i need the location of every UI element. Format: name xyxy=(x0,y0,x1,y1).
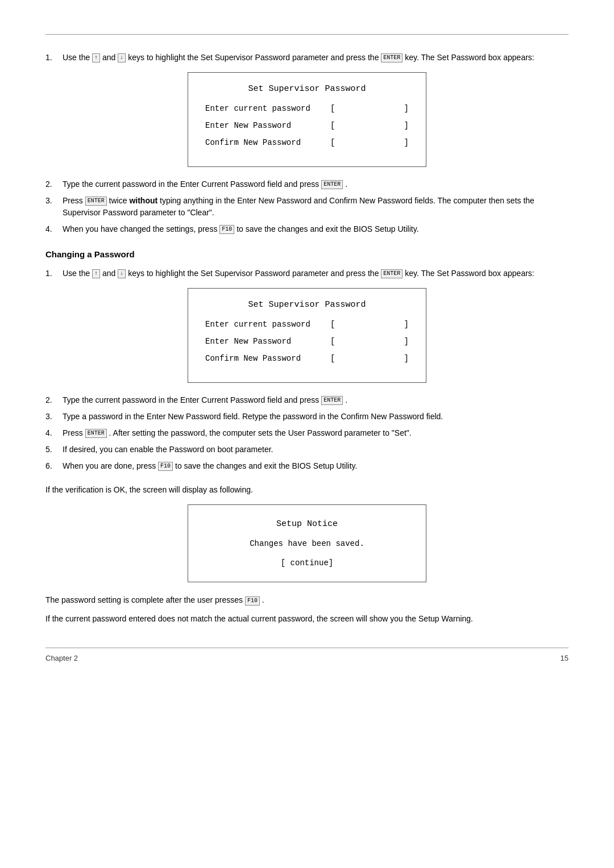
bios-bracket-open-1-1: [ xyxy=(330,104,335,113)
changing-step-6: 6. When you are done, press F10 to save … xyxy=(45,460,569,472)
bios-field-label-1-3: Confirm New Password xyxy=(205,138,330,147)
enter-key-2: ENTER xyxy=(321,180,343,189)
section1-steps-2-4: 2. Type the current password in the Ente… xyxy=(45,178,569,235)
section1-steps: 1. Use the ↑ and ↓ keys to highlight the… xyxy=(45,52,569,64)
bios-bracket-close-2-2: ] xyxy=(404,337,409,346)
verification-paragraph: If the verification is OK, the screen wi… xyxy=(45,483,569,496)
bios-field-row-2-1: Enter current password [ ] xyxy=(205,320,409,329)
bios-bracket-open-2-2: [ xyxy=(330,337,335,346)
changing-step-5: 5. If desired, you can enable the Passwo… xyxy=(45,444,569,456)
changing-step-number-2: 2. xyxy=(45,394,63,406)
bios-box-1-title: Set Supervisor Password xyxy=(205,84,409,94)
changing-step-2: 2. Type the current password in the Ente… xyxy=(45,394,569,406)
bios-box-2-title: Set Supervisor Password xyxy=(205,300,409,310)
step-content-3: Press ENTER twice without typing anythin… xyxy=(63,195,569,219)
enter-key-c1: ENTER xyxy=(381,269,403,278)
step-1-1: 1. Use the ↑ and ↓ keys to highlight the… xyxy=(45,52,569,64)
changing-step-number-1: 1. xyxy=(45,268,63,279)
f10-key-1: F10 xyxy=(219,225,234,234)
setup-notice-box: Setup Notice Changes have been saved. [ … xyxy=(188,504,426,582)
bios-field-row-1-3: Confirm New Password [ ] xyxy=(205,138,409,147)
step-content-2: Type the current password in the Enter C… xyxy=(63,178,569,190)
step-number-4: 4. xyxy=(45,223,63,235)
bios-bracket-close-1-1: ] xyxy=(404,104,409,113)
step-content-1: Use the ↑ and ↓ keys to highlight the Se… xyxy=(63,52,569,64)
bios-box-1: Set Supervisor Password Enter current pa… xyxy=(188,72,426,167)
setup-notice-text: Changes have been saved. xyxy=(205,539,409,548)
password-complete-end: . xyxy=(262,595,264,604)
changing-step-1: 1. Use the ↑ and ↓ keys to highlight the… xyxy=(45,268,569,279)
setup-warning-paragraph: If the current password entered does not… xyxy=(45,612,569,625)
changing-step-content-5: If desired, you can enable the Password … xyxy=(63,444,569,456)
bios-field-row-1-1: Enter current password [ ] xyxy=(205,104,409,113)
password-complete-paragraph: The password setting is complete after t… xyxy=(45,594,569,606)
bios-field-label-2-1: Enter current password xyxy=(205,320,330,329)
page-number: 15 xyxy=(561,654,569,662)
changing-step-number-6: 6. xyxy=(45,460,63,472)
changing-step-number-4: 4. xyxy=(45,427,63,439)
step-number-3: 3. xyxy=(45,195,63,219)
bios-field-label-2-2: Enter New Password xyxy=(205,337,330,346)
step-number-2: 2. xyxy=(45,178,63,190)
bios-field-label-2-3: Confirm New Password xyxy=(205,354,330,363)
changing-step-content-2: Type the current password in the Enter C… xyxy=(63,394,569,406)
step-number-1: 1. xyxy=(45,52,63,64)
changing-password-heading: Changing a Password xyxy=(45,249,569,259)
setup-notice-continue: [ continue] xyxy=(205,558,409,567)
changing-step-content-1: Use the ↑ and ↓ keys to highlight the Se… xyxy=(63,268,569,279)
up-key-icon: ↑ xyxy=(92,53,100,62)
bios-field-label-1-2: Enter New Password xyxy=(205,121,330,130)
bios-bracket-open-2-1: [ xyxy=(330,320,335,329)
bios-bracket-open-1-2: [ xyxy=(330,121,335,130)
step-1-4: 4. When you have changed the settings, p… xyxy=(45,223,569,235)
bios-box-2: Set Supervisor Password Enter current pa… xyxy=(188,288,426,383)
setup-notice-title: Setup Notice xyxy=(205,519,409,529)
enter-key-icon: ENTER xyxy=(381,53,403,62)
enter-key-3: ENTER xyxy=(85,197,107,206)
page-container: 1. Use the ↑ and ↓ keys to highlight the… xyxy=(0,0,614,696)
bios-bracket-open-2-3: [ xyxy=(330,354,335,363)
footer: Chapter 2 15 xyxy=(45,648,569,662)
changing-step-content-3: Type a password in the Enter New Passwor… xyxy=(63,411,569,423)
step-1-3: 3. Press ENTER twice without typing anyt… xyxy=(45,195,569,219)
step-content-4: When you have changed the settings, pres… xyxy=(63,223,569,235)
step-1-2: 2. Type the current password in the Ente… xyxy=(45,178,569,190)
password-complete-text: The password setting is complete after t… xyxy=(45,595,243,604)
top-rule xyxy=(45,34,569,35)
bios-field-label-1-1: Enter current password xyxy=(205,104,330,113)
f10-key-2: F10 xyxy=(158,462,173,471)
bios-bracket-close-2-1: ] xyxy=(404,320,409,329)
bios-bracket-close-1-3: ] xyxy=(404,138,409,147)
changing-step-number-3: 3. xyxy=(45,411,63,423)
down-key-2-icon: ↓ xyxy=(118,269,126,278)
changing-step-content-6: When you are done, press F10 to save the… xyxy=(63,460,569,472)
changing-step-4: 4. Press ENTER . After setting the passw… xyxy=(45,427,569,439)
chapter-label: Chapter 2 xyxy=(45,654,78,662)
up-key-2-icon: ↑ xyxy=(92,269,100,278)
bios-bracket-open-1-3: [ xyxy=(330,138,335,147)
bios-field-row-1-2: Enter New Password [ ] xyxy=(205,121,409,130)
changing-step-content-4: Press ENTER . After setting the password… xyxy=(63,427,569,439)
bios-bracket-close-1-2: ] xyxy=(404,121,409,130)
enter-key-c2: ENTER xyxy=(321,396,343,405)
changing-steps-1: 1. Use the ↑ and ↓ keys to highlight the… xyxy=(45,268,569,279)
enter-key-c4: ENTER xyxy=(85,429,107,438)
f10-key-3: F10 xyxy=(245,596,260,606)
changing-step-3: 3. Type a password in the Enter New Pass… xyxy=(45,411,569,423)
bios-field-row-2-3: Confirm New Password [ ] xyxy=(205,354,409,363)
bios-field-row-2-2: Enter New Password [ ] xyxy=(205,337,409,346)
changing-step-number-5: 5. xyxy=(45,444,63,456)
bios-bracket-close-2-3: ] xyxy=(404,354,409,363)
changing-steps-2-6: 2. Type the current password in the Ente… xyxy=(45,394,569,472)
down-key-icon: ↓ xyxy=(118,53,126,62)
